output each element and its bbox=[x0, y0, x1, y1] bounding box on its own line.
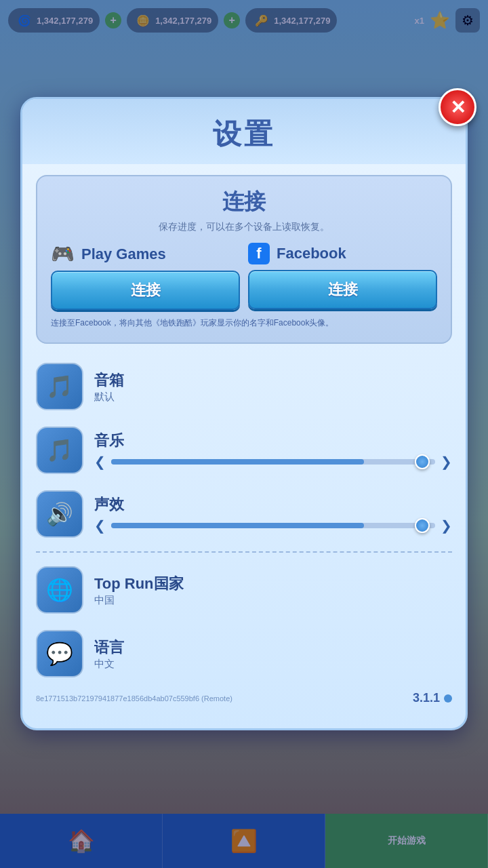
soundbox-setting: 🎵 音箱 默认 bbox=[36, 355, 452, 418]
sfx-slider-container: ❮ ❯ bbox=[94, 517, 452, 534]
connect-note: 连接至Facebook，将向其他《地铁跑酷》玩家显示你的名字和Facebook头… bbox=[51, 317, 437, 329]
version-bar: 8e1771513b72197941877e1856db4ab07c559bf6… bbox=[22, 686, 466, 708]
music-icon: 🎵 bbox=[36, 427, 83, 474]
soundbox-value: 默认 bbox=[94, 391, 452, 403]
language-setting: 💬 语言 中文 bbox=[36, 622, 452, 686]
globe-icon: 🌐 bbox=[36, 566, 83, 614]
sfx-icon: 🔊 bbox=[36, 490, 83, 538]
section-divider bbox=[36, 551, 452, 553]
play-games-item: 🎮 Play Games 连接 bbox=[51, 243, 240, 310]
version-hash: 8e1771513b72197941877e1856db4ab07c559bf6… bbox=[36, 694, 232, 703]
music-slider-fill bbox=[111, 459, 364, 465]
play-games-text: Play Games bbox=[81, 245, 166, 263]
sfx-decrease-button[interactable]: ❮ bbox=[94, 517, 106, 534]
connect-section: 连接 保存进度，可以在多个设备上读取恢复。 🎮 Play Games 连接 f … bbox=[36, 175, 452, 344]
facebook-icon: f bbox=[248, 243, 270, 264]
settings-list: 🎵 音箱 默认 🎵 音乐 ❮ ❯ bbox=[22, 355, 466, 546]
toprun-setting: 🌐 Top Run国家 中国 bbox=[36, 558, 452, 622]
facebook-text: Facebook bbox=[277, 245, 346, 262]
modal-title: 设置 bbox=[36, 115, 452, 153]
settings-modal: ✕ 设置 连接 保存进度，可以在多个设备上读取恢复。 🎮 Play Games … bbox=[20, 97, 468, 730]
music-content: 音乐 ❮ ❯ bbox=[94, 431, 452, 470]
connect-title: 连接 bbox=[51, 187, 437, 217]
music-slider-thumb[interactable] bbox=[415, 454, 430, 469]
language-name: 语言 bbox=[94, 637, 452, 658]
language-icon: 💬 bbox=[36, 630, 83, 677]
version-number: 3.1.1 bbox=[413, 691, 452, 705]
language-content: 语言 中文 bbox=[94, 637, 452, 671]
soundbox-icon: 🎵 bbox=[36, 363, 83, 410]
settings-list-2: 🌐 Top Run国家 中国 💬 语言 中文 bbox=[22, 558, 466, 686]
version-dot bbox=[444, 694, 452, 703]
soundbox-name: 音箱 bbox=[94, 370, 452, 391]
modal-title-area: 设置 bbox=[22, 99, 466, 164]
sfx-slider-fill bbox=[111, 523, 364, 528]
language-value: 中文 bbox=[94, 658, 452, 671]
music-setting: 🎵 音乐 ❮ ❯ bbox=[36, 418, 452, 482]
sfx-slider-track[interactable] bbox=[111, 523, 435, 528]
play-games-icon: 🎮 bbox=[51, 243, 75, 265]
facebook-item: f Facebook 连接 bbox=[248, 243, 437, 310]
close-button[interactable]: ✕ bbox=[439, 88, 476, 126]
play-games-connect-button[interactable]: 连接 bbox=[51, 271, 240, 310]
music-slider-track[interactable] bbox=[111, 459, 435, 465]
music-decrease-button[interactable]: ❮ bbox=[94, 454, 106, 470]
sfx-content: 声效 ❮ ❯ bbox=[94, 494, 452, 534]
toprun-value: 中国 bbox=[94, 594, 452, 607]
connect-buttons: 🎮 Play Games 连接 f Facebook 连接 bbox=[51, 243, 437, 310]
facebook-label: f Facebook bbox=[248, 243, 437, 264]
connect-description: 保存进度，可以在多个设备上读取恢复。 bbox=[51, 221, 437, 233]
music-slider-container: ❮ ❯ bbox=[94, 454, 452, 470]
toprun-content: Top Run国家 中国 bbox=[94, 574, 452, 607]
music-increase-button[interactable]: ❯ bbox=[441, 454, 452, 470]
version-text: 3.1.1 bbox=[413, 691, 440, 705]
facebook-connect-button[interactable]: 连接 bbox=[248, 270, 437, 309]
sfx-slider-thumb[interactable] bbox=[415, 518, 430, 533]
toprun-name: Top Run国家 bbox=[94, 574, 452, 594]
sfx-increase-button[interactable]: ❯ bbox=[441, 517, 452, 534]
soundbox-content: 音箱 默认 bbox=[94, 370, 452, 403]
sfx-setting: 🔊 声效 ❮ ❯ bbox=[36, 482, 452, 546]
music-name: 音乐 bbox=[94, 431, 452, 451]
play-games-label: 🎮 Play Games bbox=[51, 243, 240, 265]
sfx-name: 声效 bbox=[94, 494, 452, 515]
modal-overlay: ✕ 设置 连接 保存进度，可以在多个设备上读取恢复。 🎮 Play Games … bbox=[0, 0, 488, 868]
